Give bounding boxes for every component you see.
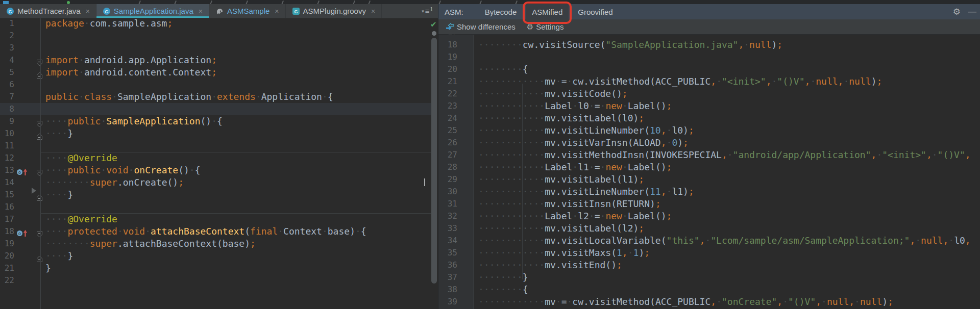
code-line[interactable]: 37········} <box>438 271 980 284</box>
code-line[interactable]: 22 <box>0 274 431 287</box>
line-number[interactable]: 25 <box>438 124 457 137</box>
line-number[interactable]: 39 <box>438 296 457 308</box>
close-icon[interactable]: × <box>86 7 90 15</box>
line-number[interactable]: 19 <box>0 238 14 250</box>
editor-tab-sampleapplication-java[interactable]: CSampleApplication.java× <box>96 4 209 18</box>
line-number[interactable]: 27 <box>438 149 457 161</box>
line-number[interactable]: 11 <box>0 140 14 152</box>
code-line[interactable]: 10····} <box>0 127 431 140</box>
line-number[interactable]: 9 <box>0 115 14 127</box>
code-line[interactable]: 19········super.attachBaseContext(base); <box>0 238 431 250</box>
code-line[interactable]: 19 <box>438 51 980 63</box>
inspections-ok-check-icon[interactable]: ✔ <box>430 20 437 29</box>
line-number[interactable]: 24 <box>438 112 457 124</box>
close-icon[interactable]: × <box>199 7 203 15</box>
gutter-triangle-icon[interactable] <box>32 188 36 194</box>
java-editor[interactable]: 1package·com.sample.asm;234import·androi… <box>0 18 438 309</box>
line-number[interactable]: 38 <box>438 284 457 296</box>
code-line[interactable]: 21············mv·=·cw.visitMethod(ACC_PU… <box>438 75 980 88</box>
line-number[interactable]: 31 <box>438 198 457 210</box>
line-number[interactable]: 17 <box>438 35 457 39</box>
line-number[interactable]: 21 <box>0 262 14 274</box>
code-line[interactable]: 17 <box>438 35 980 39</box>
show-differences-button[interactable]: Show differences <box>444 21 518 32</box>
code-line[interactable]: 16 <box>0 201 431 213</box>
line-number[interactable]: 23 <box>438 100 457 112</box>
panel-tab-groovified[interactable]: Groovified <box>572 4 619 19</box>
code-line[interactable]: 18o····protected·void·attachBaseContext(… <box>0 225 431 238</box>
editor-tab-methodtracer-java[interactable]: CMethodTracer.java× <box>0 4 96 18</box>
editor-tab-asmplugin-groovy[interactable]: CASMPlugin.groovy× <box>286 4 382 18</box>
panel-tab-asmified[interactable]: ASMified <box>526 4 569 19</box>
line-number[interactable]: 8 <box>0 103 14 115</box>
code-line[interactable]: 18········cw.visitSource("SampleApplicat… <box>438 39 980 51</box>
line-number[interactable]: 5 <box>0 66 14 79</box>
line-number[interactable]: 16 <box>0 201 14 213</box>
line-number[interactable]: 17 <box>0 213 14 225</box>
line-number[interactable]: 29 <box>438 173 457 186</box>
code-line[interactable]: 7public·class·SampleApplication·extends·… <box>0 91 431 103</box>
tab-list-dropdown[interactable]: ▾ ≡ 1 <box>416 4 438 18</box>
gear-icon[interactable]: ⚙ <box>953 7 961 17</box>
editor-tab-asmsample[interactable]: ASMSample× <box>209 4 286 18</box>
line-number[interactable]: 18 <box>438 39 457 51</box>
line-number[interactable]: 1 <box>0 18 14 30</box>
code-line[interactable]: 35············mv.visitMaxs(1,·1); <box>438 247 980 259</box>
code-line[interactable]: 22············mv.visitCode(); <box>438 88 980 100</box>
line-number[interactable]: 10 <box>0 127 14 140</box>
settings-button[interactable]: ⚙ Settings <box>525 21 566 33</box>
code-line[interactable]: 31············mv.visitInsn(RETURN); <box>438 198 980 210</box>
code-line[interactable]: 17····@Override <box>0 213 431 225</box>
line-number[interactable]: 6 <box>0 79 14 91</box>
minimize-icon[interactable]: — <box>968 7 977 17</box>
close-icon[interactable]: × <box>371 7 375 15</box>
code-line[interactable]: 20········{ <box>438 63 980 75</box>
code-line[interactable]: 9····public·SampleApplication()·{ <box>0 115 431 127</box>
line-number[interactable]: 21 <box>438 75 457 88</box>
code-line[interactable]: 33············mv.visitLabel(l2); <box>438 222 980 235</box>
close-icon[interactable]: × <box>275 7 279 15</box>
line-number[interactable]: 20 <box>438 63 457 75</box>
panel-tab-bytecode[interactable]: Bytecode <box>479 4 523 19</box>
code-line[interactable]: 11 <box>0 140 431 152</box>
line-number[interactable]: 22 <box>0 274 14 287</box>
line-number[interactable]: 37 <box>438 271 457 284</box>
code-line[interactable]: 21} <box>0 262 431 274</box>
line-number[interactable]: 32 <box>438 210 457 222</box>
line-number[interactable]: 35 <box>438 247 457 259</box>
code-line[interactable]: 12····@Override <box>0 152 431 164</box>
code-line[interactable]: 36············mv.visitEnd(); <box>438 259 980 271</box>
code-line[interactable]: 38········{ <box>438 284 980 296</box>
code-line[interactable]: 27············mv.visitMethodInsn(INVOKES… <box>438 149 980 161</box>
code-line[interactable]: 13o····public·void·onCreate()·{ <box>0 164 431 176</box>
code-line[interactable]: 23············Label·l0·=·new·Label(); <box>438 100 980 112</box>
asmified-code-view[interactable]: 1718········cw.visitSource("SampleApplic… <box>438 35 980 309</box>
code-line[interactable]: 39············mv·=·cw.visitMethod(ACC_PU… <box>438 296 980 308</box>
code-line[interactable]: 2 <box>0 30 431 42</box>
code-line[interactable]: 5import·android.content.Context; <box>0 66 431 79</box>
code-line[interactable]: 20····} <box>0 250 431 262</box>
line-number[interactable]: 20 <box>0 250 14 262</box>
line-number[interactable]: 4 <box>0 54 14 66</box>
line-number[interactable]: 15 <box>0 189 14 201</box>
code-line[interactable]: 29············mv.visitLabel(l1); <box>438 173 980 186</box>
code-line[interactable]: 28············Label·l1·=·new·Label(); <box>438 161 980 173</box>
code-line[interactable]: 30············mv.visitLineNumber(11,·l1)… <box>438 186 980 198</box>
code-line[interactable]: 32············Label·l2·=·new·Label(); <box>438 210 980 222</box>
line-number[interactable]: 28 <box>438 161 457 173</box>
line-number[interactable]: 34 <box>438 235 457 247</box>
line-number[interactable]: 19 <box>438 51 457 63</box>
line-number[interactable]: 7 <box>0 91 14 103</box>
code-line[interactable]: 24············mv.visitLabel(l0); <box>438 112 980 124</box>
line-number[interactable]: 12 <box>0 152 14 164</box>
line-number[interactable]: 2 <box>0 30 14 42</box>
line-number[interactable]: 33 <box>438 222 457 235</box>
line-number[interactable]: 18 <box>0 225 14 238</box>
line-number[interactable]: 36 <box>438 259 457 271</box>
code-line[interactable]: 1package·com.sample.asm; <box>0 18 431 30</box>
line-number[interactable]: 3 <box>0 42 14 54</box>
code-line[interactable]: 25············mv.visitLineNumber(10,·l0)… <box>438 124 980 137</box>
code-line[interactable]: 8 <box>0 103 431 115</box>
line-number[interactable]: 22 <box>438 88 457 100</box>
code-line[interactable]: 26············mv.visitVarInsn(ALOAD,·0); <box>438 137 980 149</box>
